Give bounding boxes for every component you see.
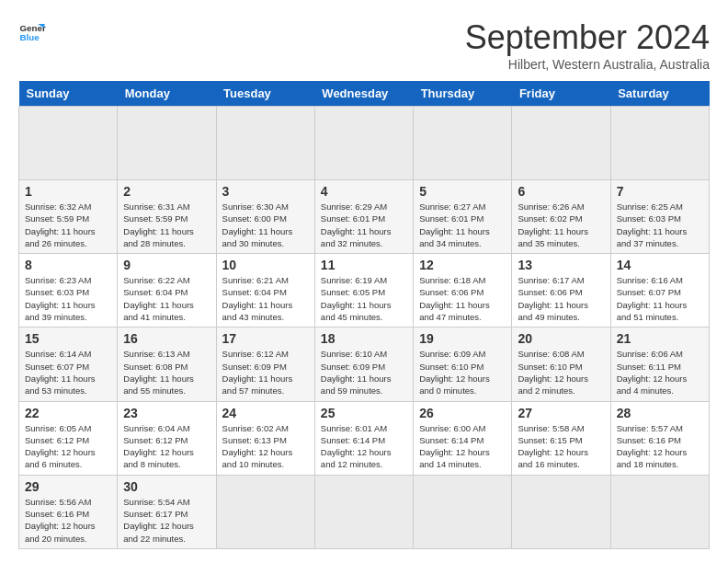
day-info: Sunrise: 6:23 AM Sunset: 6:03 PM Dayligh…: [25, 274, 111, 323]
logo-icon: General Blue: [18, 18, 46, 46]
day-number: 12: [419, 258, 506, 272]
calendar-week-row: 29Sunrise: 5:56 AM Sunset: 6:16 PM Dayli…: [19, 475, 710, 548]
calendar-cell: [414, 107, 512, 180]
calendar-header-row: SundayMondayTuesdayWednesdayThursdayFrid…: [19, 81, 710, 107]
day-info: Sunrise: 5:54 AM Sunset: 6:17 PM Dayligh…: [123, 496, 210, 545]
calendar-cell: 2Sunrise: 6:31 AM Sunset: 5:59 PM Daylig…: [118, 180, 216, 254]
calendar-cell: 10Sunrise: 6:21 AM Sunset: 6:04 PM Dayli…: [216, 254, 314, 327]
calendar-cell: [216, 107, 314, 180]
calendar-cell: 24Sunrise: 6:02 AM Sunset: 6:13 PM Dayli…: [216, 401, 314, 475]
day-number: 15: [25, 331, 111, 346]
day-info: Sunrise: 6:06 AM Sunset: 6:11 PM Dayligh…: [617, 348, 703, 396]
day-number: 2: [123, 184, 210, 199]
day-number: 11: [321, 258, 407, 272]
day-info: Sunrise: 6:02 AM Sunset: 6:13 PM Dayligh…: [222, 422, 309, 471]
calendar-cell: 25Sunrise: 6:01 AM Sunset: 6:14 PM Dayli…: [314, 401, 413, 475]
month-title: September 2024: [465, 18, 710, 57]
calendar-cell: 27Sunrise: 5:58 AM Sunset: 6:15 PM Dayli…: [512, 401, 610, 475]
day-info: Sunrise: 6:17 AM Sunset: 6:06 PM Dayligh…: [518, 274, 604, 323]
day-number: 23: [123, 406, 210, 420]
calendar-cell: [118, 107, 216, 180]
calendar-cell: [314, 475, 413, 548]
day-number: 3: [222, 184, 309, 199]
calendar-cell: 5Sunrise: 6:27 AM Sunset: 6:01 PM Daylig…: [414, 180, 512, 254]
calendar-cell: 18Sunrise: 6:10 AM Sunset: 6:09 PM Dayli…: [314, 327, 413, 401]
calendar-cell: 8Sunrise: 6:23 AM Sunset: 6:03 PM Daylig…: [19, 254, 118, 327]
calendar-week-row: [19, 107, 710, 180]
calendar-cell: 7Sunrise: 6:25 AM Sunset: 6:03 PM Daylig…: [610, 180, 709, 254]
day-info: Sunrise: 6:12 AM Sunset: 6:09 PM Dayligh…: [222, 348, 309, 396]
day-header-monday: Monday: [118, 81, 216, 107]
day-number: 22: [25, 406, 111, 420]
calendar-cell: 12Sunrise: 6:18 AM Sunset: 6:06 PM Dayli…: [414, 254, 512, 327]
day-number: 10: [222, 258, 309, 272]
calendar-cell: 11Sunrise: 6:19 AM Sunset: 6:05 PM Dayli…: [314, 254, 413, 327]
calendar-cell: 29Sunrise: 5:56 AM Sunset: 6:16 PM Dayli…: [19, 475, 118, 548]
day-info: Sunrise: 6:19 AM Sunset: 6:05 PM Dayligh…: [321, 274, 407, 323]
day-number: 9: [123, 258, 210, 272]
calendar-cell: 30Sunrise: 5:54 AM Sunset: 6:17 PM Dayli…: [118, 475, 216, 548]
day-info: Sunrise: 6:29 AM Sunset: 6:01 PM Dayligh…: [321, 201, 407, 249]
day-number: 28: [617, 406, 703, 420]
calendar-cell: 19Sunrise: 6:09 AM Sunset: 6:10 PM Dayli…: [414, 327, 512, 401]
day-info: Sunrise: 5:56 AM Sunset: 6:16 PM Dayligh…: [25, 496, 111, 545]
calendar-cell: [610, 107, 709, 180]
day-number: 8: [25, 258, 111, 272]
day-number: 24: [222, 406, 309, 420]
calendar-week-row: 1Sunrise: 6:32 AM Sunset: 5:59 PM Daylig…: [19, 180, 710, 254]
day-number: 4: [321, 184, 407, 199]
day-info: Sunrise: 6:09 AM Sunset: 6:10 PM Dayligh…: [419, 348, 506, 396]
day-info: Sunrise: 6:18 AM Sunset: 6:06 PM Dayligh…: [419, 274, 506, 323]
day-info: Sunrise: 5:57 AM Sunset: 6:16 PM Dayligh…: [617, 422, 703, 471]
calendar-cell: 14Sunrise: 6:16 AM Sunset: 6:07 PM Dayli…: [610, 254, 709, 327]
day-info: Sunrise: 6:22 AM Sunset: 6:04 PM Dayligh…: [123, 274, 210, 323]
calendar-week-row: 8Sunrise: 6:23 AM Sunset: 6:03 PM Daylig…: [19, 254, 710, 327]
day-number: 30: [123, 479, 210, 494]
calendar-cell: 22Sunrise: 6:05 AM Sunset: 6:12 PM Dayli…: [19, 401, 118, 475]
calendar-cell: 9Sunrise: 6:22 AM Sunset: 6:04 PM Daylig…: [118, 254, 216, 327]
calendar-cell: 1Sunrise: 6:32 AM Sunset: 5:59 PM Daylig…: [19, 180, 118, 254]
subtitle: Hilbert, Western Australia, Australia: [465, 57, 710, 72]
day-number: 7: [617, 184, 703, 199]
calendar-week-row: 15Sunrise: 6:14 AM Sunset: 6:07 PM Dayli…: [19, 327, 710, 401]
day-number: 1: [25, 184, 111, 199]
day-info: Sunrise: 6:27 AM Sunset: 6:01 PM Dayligh…: [419, 201, 506, 249]
day-info: Sunrise: 6:08 AM Sunset: 6:10 PM Dayligh…: [518, 348, 604, 396]
calendar-cell: 26Sunrise: 6:00 AM Sunset: 6:14 PM Dayli…: [414, 401, 512, 475]
day-number: 21: [617, 331, 703, 346]
day-number: 18: [321, 331, 407, 346]
calendar-cell: 15Sunrise: 6:14 AM Sunset: 6:07 PM Dayli…: [19, 327, 118, 401]
calendar-cell: 20Sunrise: 6:08 AM Sunset: 6:10 PM Dayli…: [512, 327, 610, 401]
calendar-table: SundayMondayTuesdayWednesdayThursdayFrid…: [18, 81, 710, 549]
day-number: 14: [617, 258, 703, 272]
day-info: Sunrise: 5:58 AM Sunset: 6:15 PM Dayligh…: [518, 422, 604, 471]
day-info: Sunrise: 6:25 AM Sunset: 6:03 PM Dayligh…: [617, 201, 703, 249]
calendar-cell: [512, 107, 610, 180]
day-info: Sunrise: 6:16 AM Sunset: 6:07 PM Dayligh…: [617, 274, 703, 323]
day-header-friday: Friday: [512, 81, 610, 107]
day-header-tuesday: Tuesday: [216, 81, 314, 107]
day-number: 27: [518, 406, 604, 420]
calendar-cell: [512, 475, 610, 548]
day-header-sunday: Sunday: [19, 81, 118, 107]
calendar-cell: 21Sunrise: 6:06 AM Sunset: 6:11 PM Dayli…: [610, 327, 709, 401]
day-header-thursday: Thursday: [414, 81, 512, 107]
day-info: Sunrise: 6:00 AM Sunset: 6:14 PM Dayligh…: [419, 422, 506, 471]
calendar-cell: 16Sunrise: 6:13 AM Sunset: 6:08 PM Dayli…: [118, 327, 216, 401]
calendar-week-row: 22Sunrise: 6:05 AM Sunset: 6:12 PM Dayli…: [19, 401, 710, 475]
day-number: 6: [518, 184, 604, 199]
title-block: September 2024 Hilbert, Western Australi…: [465, 18, 710, 72]
day-info: Sunrise: 6:04 AM Sunset: 6:12 PM Dayligh…: [123, 422, 210, 471]
day-info: Sunrise: 6:30 AM Sunset: 6:00 PM Dayligh…: [222, 201, 309, 249]
calendar-body: 1Sunrise: 6:32 AM Sunset: 5:59 PM Daylig…: [19, 107, 710, 549]
logo: General Blue: [18, 18, 46, 46]
day-number: 25: [321, 406, 407, 420]
calendar-cell: [216, 475, 314, 548]
calendar-cell: 4Sunrise: 6:29 AM Sunset: 6:01 PM Daylig…: [314, 180, 413, 254]
calendar-cell: 13Sunrise: 6:17 AM Sunset: 6:06 PM Dayli…: [512, 254, 610, 327]
day-info: Sunrise: 6:10 AM Sunset: 6:09 PM Dayligh…: [321, 348, 407, 396]
day-number: 16: [123, 331, 210, 346]
day-number: 17: [222, 331, 309, 346]
calendar-cell: [610, 475, 709, 548]
calendar-cell: 6Sunrise: 6:26 AM Sunset: 6:02 PM Daylig…: [512, 180, 610, 254]
